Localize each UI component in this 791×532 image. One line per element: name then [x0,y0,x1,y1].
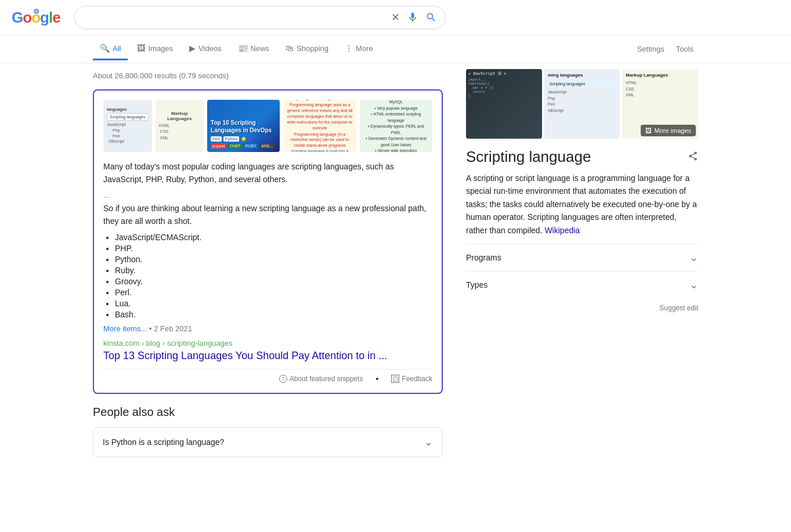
left-column: About 26,800,000 results (0.79 seconds) … [93,69,443,457]
snippet-image-4: Scripting vs. Programmin Programming lan… [283,100,356,152]
nav-tabs: 🔍 All 🖼 Images ▶ Videos 📰 News 🛍 Shoppin… [0,35,791,63]
share-icon [688,151,698,161]
featured-snippet: languages Scripting languages JavaScript… [93,89,443,394]
search-bar: scripting languages ✕ [74,6,446,29]
snippet-image-2: Markup Languages HTMLCSSXML [156,100,204,152]
snippet-image-1: languages Scripting languages JavaScript… [103,100,152,152]
tab-news[interactable]: 📰 News [231,38,277,60]
tab-videos[interactable]: ▶ Videos [182,38,229,60]
logo-g: G [12,9,23,27]
snippet-image-3: Top 10 Scripting Languages in DevOps Per… [207,100,280,152]
kp-title: Scripting language [466,148,591,166]
snippet-ellipsis: ... [103,191,432,200]
logo-o1: o [23,9,31,27]
paa-title: People also ask [93,406,443,419]
kp-images-row: ✦ DevScript ☰ × import... function() var… [466,69,698,139]
info-icon: ? [279,375,287,383]
paa-question-0: Is Python is a scripting language? [103,437,224,447]
tab-all[interactable]: 🔍 All [93,38,128,60]
kp-section-programs[interactable]: Programs ⌄ [466,244,698,271]
tab-more[interactable]: ⋮ More [338,38,380,60]
snippet-dot: • [149,324,154,333]
kp-description-text: A scripting or script language is a prog… [466,173,697,235]
snippet-intro-text: Many of today's most popular coding lang… [103,160,432,186]
paa-item-0[interactable]: Is Python is a scripting language? ⌄ [93,427,443,457]
voice-search-button[interactable] [407,12,418,23]
list-item: PHP. [115,244,432,253]
search-icons: ✕ [391,11,437,24]
search-button[interactable] [425,12,437,23]
snippet-images: languages Scripting languages JavaScript… [103,100,432,152]
people-also-ask: People also ask Is Python is a scripting… [93,406,443,457]
list-item: JavaScript/ECMAScript. [115,233,432,242]
tools-button[interactable]: Tools [671,40,698,58]
tab-all-label: All [113,44,121,53]
kp-description: A scripting or script language is a prog… [466,172,698,237]
about-snippets-text: About featured snippets [290,375,363,383]
snippet-date: 2 Feb 2021 [154,324,192,333]
logo-e: e [52,9,60,27]
results-count: About 26,800,000 results (0.79 seconds) [93,71,443,80]
knowledge-panel: ✦ DevScript ☰ × import... function() var… [466,69,698,457]
clear-button[interactable]: ✕ [391,11,400,24]
images-icon: 🖼 [137,44,145,53]
more-images-text: More images [654,127,691,134]
list-item: Bash. [115,310,432,319]
snippet-list: JavaScript/ECMAScript. PHP. Python. Ruby… [115,233,432,319]
tab-news-label: News [251,44,270,53]
source-domain: kinsta.com [103,339,139,348]
tab-images[interactable]: 🖼 Images [130,38,180,60]
logo-o2: o⚙ [31,9,40,27]
chevron-down-icon: ⌄ [689,278,698,291]
kp-image-1: ✦ DevScript ☰ × import... function() var… [466,69,542,139]
list-item: Ruby. [115,266,432,275]
tab-more-label: More [356,44,373,53]
microphone-icon [407,12,418,23]
kp-image-2: ming languages Scripting languages JavaS… [544,69,620,139]
kp-suggest-edit: Suggest edit [466,303,698,312]
wikipedia-link[interactable]: Wikipedia [544,226,580,235]
image-icon: 🖼 [645,127,652,134]
kp-image-3: Markup Languages HTMLCSSXML 🖼 More image… [622,69,698,139]
search-input[interactable]: scripting languages [83,12,391,23]
google-logo[interactable]: Goo⚙gle [12,9,60,27]
feedback-link[interactable]: 📋 Feedback [391,375,432,383]
settings-button[interactable]: Settings [633,40,669,58]
feedback-text: Feedback [402,375,432,383]
tab-shopping[interactable]: 🛍 Shopping [279,38,335,60]
result-link[interactable]: Top 13 Scripting Languages You Should Pa… [103,350,387,361]
snippet-continuation: So if you are thinking about learning a … [103,202,432,228]
footer-dot: • [375,374,378,383]
search-icon [425,12,437,23]
logo-g2: g [40,9,49,27]
chevron-down-icon: ⌄ [689,251,698,264]
suggest-edit-link[interactable]: Suggest edit [659,304,698,312]
main-content: About 26,800,000 results (0.79 seconds) … [0,63,791,463]
about-snippets-link[interactable]: ? About featured snippets [279,375,363,383]
kp-section-programs-label: Programs [466,253,501,262]
search-icon: 🔍 [100,44,110,53]
list-item: Lua. [115,299,432,308]
source-url: kinsta.com › blog › scripting-languages [103,339,432,348]
close-icon: ✕ [391,11,400,24]
more-icon: ⋮ [345,44,353,53]
list-item: Python. [115,255,432,264]
shopping-icon: 🛍 [286,44,294,53]
snippet-footer: ? About featured snippets • 📋 Feedback [103,369,432,383]
tab-images-label: Images [148,44,173,53]
source-path: blog › scripting-languages [146,339,233,348]
kp-section-types[interactable]: Types ⌄ [466,271,698,298]
chevron-down-icon: ⌄ [424,436,433,448]
more-images-button[interactable]: 🖼 More images [641,125,696,136]
kp-title-row: Scripting language [466,148,698,166]
news-icon: 📰 [238,44,248,53]
tools-label: Tools [676,45,694,53]
share-button[interactable] [688,151,698,163]
kp-section-types-label: Types [466,280,487,289]
more-items-link[interactable]: More items... [103,324,147,333]
tab-shopping-label: Shopping [297,44,328,53]
snippet-image-5: Different Scripting Lang... • PHP (Hyper… [360,100,432,152]
tab-videos-label: Videos [198,44,222,53]
header: Goo⚙gle scripting languages ✕ [0,0,791,35]
settings-label: Settings [637,45,664,53]
